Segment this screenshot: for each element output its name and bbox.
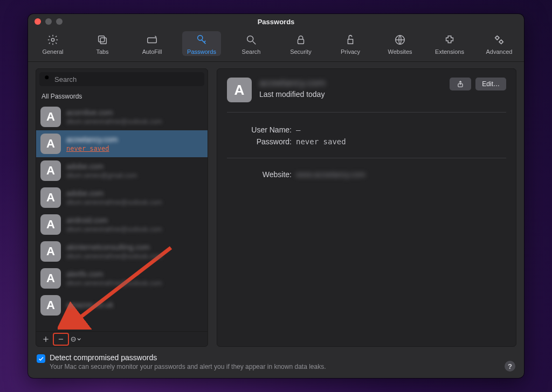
site-name: airdroid.com bbox=[66, 216, 162, 225]
password-detail-panel: A acowtancy.com Last modified today Edit… bbox=[217, 68, 516, 347]
toolbar-tab-advanced[interactable]: Advanced bbox=[480, 31, 519, 56]
add-password-button[interactable] bbox=[38, 333, 53, 345]
toolbar-tab-general[interactable]: General bbox=[33, 31, 72, 56]
password-value[interactable]: never saved bbox=[296, 137, 346, 146]
help-button[interactable]: ? bbox=[505, 361, 515, 372]
account-name: dilum.senevirathne@outlook.com bbox=[66, 253, 162, 260]
search-field[interactable] bbox=[39, 72, 204, 86]
svg-rect-7 bbox=[298, 39, 304, 44]
toolbar-tab-label: Security bbox=[290, 48, 312, 55]
search-icon bbox=[245, 33, 258, 46]
websites-icon bbox=[394, 33, 406, 46]
list-section-label: All Passwords bbox=[36, 88, 208, 103]
svg-line-6 bbox=[253, 41, 256, 45]
toolbar-tab-label: Advanced bbox=[486, 48, 513, 55]
site-name: alertfx.com bbox=[66, 270, 162, 278]
site-initial-avatar: A bbox=[40, 295, 61, 316]
toolbar-tab-label: Tabs bbox=[96, 48, 108, 55]
account-name: dilum.senevirathne@outlook.com bbox=[66, 199, 162, 206]
toolbar-tab-label: Passwords bbox=[187, 48, 216, 55]
website-label: Website: bbox=[227, 170, 292, 179]
site-initial-avatar: A bbox=[40, 160, 61, 181]
toolbar-tab-search[interactable]: Search bbox=[232, 31, 271, 56]
password-row[interactable]: Aacowtancy.comnever saved bbox=[36, 130, 208, 157]
close-window-button[interactable] bbox=[34, 18, 41, 25]
account-name: dilum.senevirathne@outlook.com bbox=[66, 118, 162, 125]
privacy-icon bbox=[344, 33, 357, 46]
site-name: acornlive.com bbox=[66, 108, 162, 117]
preferences-window: Passwords GeneralTabsAutoFillPasswordsSe… bbox=[28, 14, 524, 378]
toolbar-tab-label: Extensions bbox=[435, 48, 464, 55]
toolbar-tab-label: General bbox=[42, 48, 63, 55]
svg-rect-3 bbox=[148, 38, 157, 43]
toolbar-tab-websites[interactable]: Websites bbox=[381, 31, 419, 56]
password-row[interactable]: Aakinternetconsulting.comdilum.senevirat… bbox=[36, 238, 208, 265]
window-controls bbox=[34, 18, 63, 25]
more-actions-button[interactable] bbox=[68, 333, 84, 345]
list-action-bar bbox=[36, 331, 208, 346]
titlebar: Passwords bbox=[28, 14, 524, 29]
site-name: adobe.com bbox=[66, 162, 137, 171]
site-name: akinternetconsulting.com bbox=[66, 243, 162, 251]
account-name: dilum.senev@gmail.com bbox=[66, 172, 137, 179]
svg-point-19 bbox=[73, 339, 73, 339]
password-list[interactable]: Aacornlive.comdilum.senevirathne@outlook… bbox=[36, 103, 208, 331]
password-row[interactable]: Aamazon.co.uk bbox=[36, 292, 208, 319]
toolbar-tab-label: AutoFill bbox=[142, 48, 162, 55]
username-value[interactable]: — bbox=[296, 125, 300, 134]
last-modified-label: Last modified today bbox=[259, 90, 326, 99]
toolbar-tab-privacy[interactable]: Privacy bbox=[331, 31, 370, 56]
detect-compromised-label: Detect compromised passwords bbox=[50, 353, 326, 362]
toolbar-tab-extensions[interactable]: Extensions bbox=[430, 31, 469, 56]
passwords-icon bbox=[195, 33, 208, 46]
site-initial-avatar: A bbox=[40, 187, 61, 208]
site-initial-avatar: A bbox=[40, 107, 61, 127]
svg-point-9 bbox=[496, 37, 499, 40]
detect-compromised-description: Your Mac can securely monitor your passw… bbox=[50, 363, 326, 370]
share-button[interactable] bbox=[450, 78, 471, 90]
svg-point-11 bbox=[45, 75, 49, 79]
never-saved-label[interactable]: never saved bbox=[66, 145, 118, 152]
toolbar-tab-autofill[interactable]: AutoFill bbox=[133, 31, 171, 56]
tabs-icon bbox=[96, 33, 109, 46]
password-label: Password: bbox=[227, 137, 292, 146]
toolbar-tab-label: Websites bbox=[388, 48, 412, 55]
detect-compromised-checkbox[interactable] bbox=[37, 354, 45, 363]
toolbar-tab-tabs[interactable]: Tabs bbox=[83, 31, 122, 56]
minimize-window-button[interactable] bbox=[45, 18, 52, 25]
account-name: dilum.senevirathne@outlook.com bbox=[66, 279, 162, 287]
site-name: amazon.co.uk bbox=[66, 300, 113, 309]
toolbar-tab-passwords[interactable]: Passwords bbox=[182, 31, 221, 56]
site-name: acowtancy.com bbox=[66, 135, 118, 144]
toolbar-tab-label: Privacy bbox=[341, 48, 360, 55]
svg-point-0 bbox=[51, 38, 54, 41]
password-row[interactable]: Aalertfx.comdilum.senevirathne@outlook.c… bbox=[36, 265, 208, 292]
svg-point-10 bbox=[500, 40, 503, 44]
site-title: acowtancy.com bbox=[259, 78, 326, 89]
autofill-icon bbox=[146, 33, 158, 46]
window-title: Passwords bbox=[258, 18, 295, 26]
search-icon bbox=[44, 74, 51, 84]
password-row[interactable]: Aairdroid.comdilum.senevirathne@outlook.… bbox=[36, 211, 208, 238]
site-initial-avatar: A bbox=[40, 268, 61, 289]
svg-rect-2 bbox=[100, 38, 106, 44]
password-row[interactable]: Aadobe.comdilum.senevirathne@outlook.com bbox=[36, 184, 208, 211]
edit-button[interactable]: Edit… bbox=[475, 78, 506, 90]
remove-password-button[interactable] bbox=[53, 333, 68, 345]
zoom-window-button[interactable] bbox=[56, 18, 63, 25]
site-initial-avatar: A bbox=[40, 214, 61, 235]
username-label: User Name: bbox=[227, 125, 292, 134]
advanced-icon bbox=[493, 33, 506, 46]
password-row[interactable]: Aadobe.comdilum.senev@gmail.com bbox=[36, 157, 208, 184]
site-initial-avatar: A bbox=[40, 241, 61, 262]
website-value[interactable]: www.acowtancy.com bbox=[296, 170, 365, 179]
svg-point-20 bbox=[74, 339, 74, 339]
window-footer: Detect compromised passwords Your Mac ca… bbox=[28, 350, 524, 378]
svg-rect-1 bbox=[99, 36, 105, 42]
toolbar-tab-security[interactable]: Security bbox=[281, 31, 320, 56]
password-row[interactable]: Aacornlive.comdilum.senevirathne@outlook… bbox=[36, 103, 208, 130]
security-icon bbox=[294, 33, 307, 46]
search-input[interactable] bbox=[54, 75, 200, 83]
extensions-icon bbox=[443, 33, 456, 46]
toolbar-tab-label: Search bbox=[242, 48, 261, 55]
